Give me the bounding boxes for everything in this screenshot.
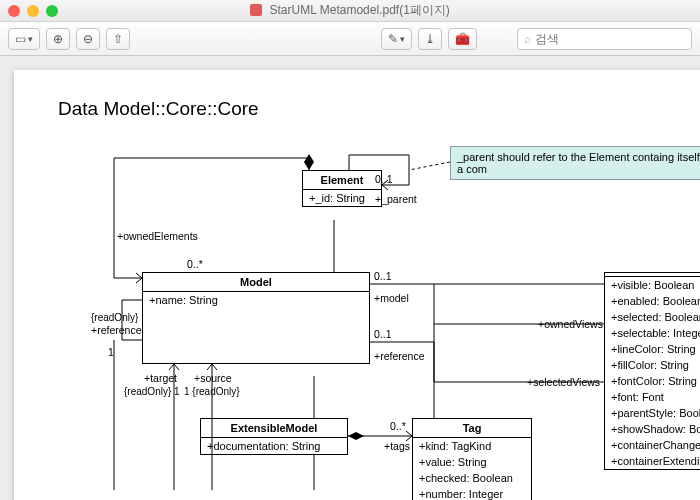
class-model: Model +name: String	[142, 272, 370, 364]
assoc-role: +ownedElements	[117, 230, 198, 242]
magnify-plus-icon: ⊕	[53, 32, 63, 46]
view-mode-button[interactable]: ▭ ▾	[8, 28, 40, 50]
class-attr: +number: Integer	[413, 486, 531, 500]
class-element: Element +_id: String	[302, 170, 382, 207]
class-name: ExtensibleModel	[201, 419, 347, 438]
assoc-role: +selectedViews	[527, 376, 600, 388]
close-icon[interactable]	[8, 5, 20, 17]
class-attr: +enabled: Boolean	[605, 293, 700, 309]
class-attr: +selected: Boolean	[605, 309, 700, 325]
toolbar: ▭ ▾ ⊕ ⊖ ⇧ ✎▾ ⤓ 🧰 ⌕	[0, 22, 700, 56]
toolbox-button[interactable]: 🧰	[448, 28, 477, 50]
pdf-page: Data Model::Core::Core _parent should re…	[14, 70, 700, 500]
zoom-out-button[interactable]: ⊖	[76, 28, 100, 50]
class-attr: +visible: Boolean	[605, 277, 700, 293]
title-bar: StarUML Metamodel.pdf(1페이지)	[0, 0, 700, 22]
document-viewport[interactable]: Data Model::Core::Core _parent should re…	[0, 56, 700, 500]
assoc-constraint: {readOnly}	[91, 312, 138, 323]
window-title-text: StarUML Metamodel.pdf(1페이지)	[270, 3, 450, 17]
page-title: Data Model::Core::Core	[58, 98, 259, 120]
search-icon: ⌕	[524, 32, 531, 46]
class-attr: +containerChange	[605, 437, 700, 453]
assoc-role: +reference	[374, 350, 425, 362]
zoom-in-button[interactable]: ⊕	[46, 28, 70, 50]
class-attr: +value: String	[413, 454, 531, 470]
assoc-mult: 1	[108, 346, 114, 358]
svg-line-17	[409, 162, 450, 170]
assoc-mult: 0..1	[374, 328, 392, 340]
assoc-mult: 0..1	[375, 173, 393, 185]
class-attr: +name: String	[143, 292, 369, 308]
minimize-icon[interactable]	[27, 5, 39, 17]
export-button[interactable]: ⤓	[418, 28, 442, 50]
class-attr: +checked: Boolean	[413, 470, 531, 486]
tray-down-icon: ⤓	[425, 32, 435, 46]
window-controls	[8, 5, 58, 17]
class-name: Element	[303, 171, 381, 190]
class-attr: +font: Font	[605, 389, 700, 405]
assoc-role: +tags	[384, 440, 410, 452]
class-name: Tag	[413, 419, 531, 438]
class-attr: +_id: String	[303, 190, 381, 206]
svg-marker-10	[308, 364, 320, 376]
assoc-role: +ownedViews	[538, 318, 603, 330]
assoc-role: +_parent	[375, 193, 417, 205]
svg-marker-1	[328, 207, 340, 220]
annotate-button[interactable]: ✎▾	[381, 28, 412, 50]
class-tag: Tag +kind: TagKind +value: String +check…	[412, 418, 532, 500]
search-input[interactable]: ⌕	[517, 28, 692, 50]
assoc-role: +model	[374, 292, 409, 304]
window-title: StarUML Metamodel.pdf(1페이지)	[0, 2, 700, 19]
assoc-role: +target	[144, 372, 177, 384]
assoc-role: +reference	[91, 324, 142, 336]
share-button[interactable]: ⇧	[106, 28, 130, 50]
class-attr: +kind: TagKind	[413, 438, 531, 454]
search-field[interactable]	[535, 32, 685, 46]
assoc-role: +source	[194, 372, 232, 384]
class-attr: +fillColor: String	[605, 357, 700, 373]
sidebar-icon: ▭	[15, 32, 26, 46]
class-attr: +documentation: String	[201, 438, 347, 454]
zoom-icon[interactable]	[46, 5, 58, 17]
uml-note: _parent should refer to the Element cont…	[450, 146, 700, 180]
class-name: Model	[143, 273, 369, 292]
briefcase-icon: 🧰	[455, 32, 470, 46]
svg-marker-12	[348, 432, 364, 440]
class-attr: +containerExtendin	[605, 453, 700, 469]
note-text: _parent should refer to the Element cont…	[457, 151, 700, 175]
class-view: +visible: Boolean +enabled: Boolean +sel…	[604, 272, 700, 470]
class-attr: +showShadow: Bo	[605, 421, 700, 437]
assoc-mult: 0..*	[187, 258, 203, 270]
share-icon: ⇧	[113, 32, 123, 46]
svg-marker-2	[304, 154, 314, 170]
class-extensible-model: ExtensibleModel +documentation: String	[200, 418, 348, 455]
class-attr: +selectable: Intege	[605, 325, 700, 341]
chevron-down-icon: ▾	[400, 34, 405, 44]
magnify-minus-icon: ⊖	[83, 32, 93, 46]
assoc-mult: 0..*	[390, 420, 406, 432]
pencil-icon: ✎	[388, 32, 398, 46]
assoc-constraint: {readOnly} 1	[124, 386, 180, 397]
class-attr: +parentStyle: Boole	[605, 405, 700, 421]
chevron-down-icon: ▾	[28, 34, 33, 44]
assoc-mult: 0..1	[374, 270, 392, 282]
pdf-file-icon	[250, 4, 262, 16]
assoc-constraint: 1 {readOnly}	[184, 386, 240, 397]
class-attr: +fontColor: String	[605, 373, 700, 389]
class-attr: +lineColor: String	[605, 341, 700, 357]
